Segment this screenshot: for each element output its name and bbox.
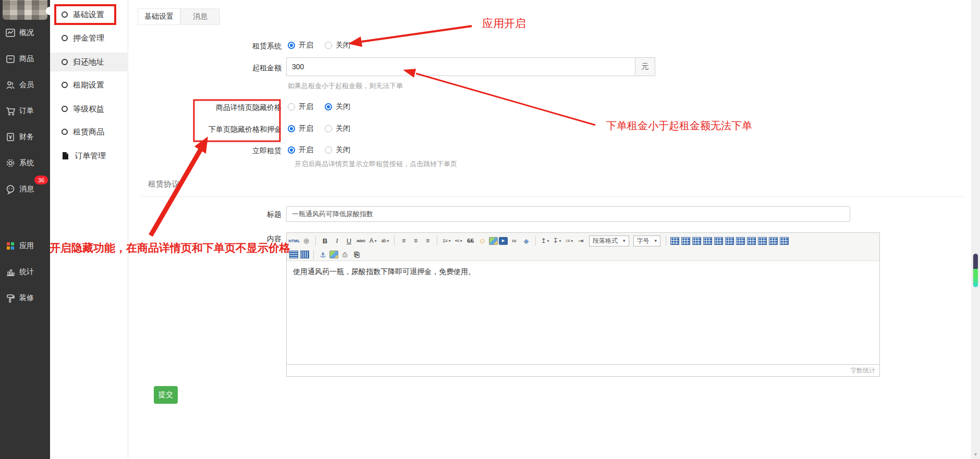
italic-icon[interactable]: I	[332, 236, 342, 246]
radio-instant-off[interactable]: 关闭	[325, 145, 350, 155]
emoji-icon[interactable]: ☺	[477, 236, 488, 246]
scrollbar-thumb[interactable]	[973, 253, 978, 288]
media-icon[interactable]: ▶	[499, 237, 508, 245]
sidebar-item-label: 应用	[19, 241, 34, 251]
preview-icon[interactable]: ◎	[301, 236, 312, 246]
sidebar-item-system[interactable]: 系统	[0, 155, 50, 171]
submenu-item-return-address[interactable]: 归还地址	[50, 53, 128, 71]
radio-hide-order-off[interactable]: 关闭	[325, 124, 350, 133]
sidebar-item-decorate[interactable]: 装修	[0, 290, 50, 306]
align-left-icon[interactable]: ≡	[398, 236, 409, 246]
submenu-item-deposit[interactable]: 押金管理	[50, 29, 128, 47]
table-prop-icon[interactable]	[692, 237, 701, 245]
align-right-icon[interactable]: ≡	[422, 236, 433, 246]
radio-hide-detail-off[interactable]: 关闭	[325, 102, 350, 111]
submenu-item-label: 等级权益	[73, 104, 104, 114]
submenu-item-label: 基础设置	[73, 10, 104, 20]
tab-messages[interactable]: 消息	[180, 8, 220, 25]
paste-icon[interactable]: ⎘	[351, 250, 362, 259]
delete-row-icon[interactable]	[289, 251, 298, 258]
split-cells-icon[interactable]	[725, 237, 734, 245]
tab-basic-settings[interactable]: 基础设置	[138, 8, 180, 25]
sidebar-item-label: 系统	[19, 158, 34, 168]
hide-price-detail-radios: 开启 关闭	[288, 102, 350, 111]
valign-top-icon[interactable]: ↥	[540, 236, 550, 246]
image-icon[interactable]	[489, 237, 498, 245]
submenu-item-rent-period[interactable]: 租期设置	[50, 76, 128, 94]
table-grid-icon[interactable]	[780, 237, 789, 245]
submenu-item-level-rights[interactable]: 等级权益	[50, 100, 128, 118]
cell-prop-icon[interactable]	[703, 237, 712, 245]
section-title-agreement: 租赁协议	[148, 179, 179, 189]
radio-dot	[325, 146, 332, 154]
sidebar-item-goods[interactable]: 商品	[0, 51, 50, 67]
sidebar-item-label: 会员	[19, 80, 34, 90]
tab-label: 消息	[193, 12, 207, 21]
sidebar-item-orders[interactable]: 订单	[0, 103, 50, 119]
insert-row-above-icon[interactable]	[758, 237, 767, 245]
sidebar-item-apps[interactable]: 应用	[0, 238, 50, 254]
editor-content[interactable]: 使用通风药一瓶，尿酸指数下降即可退押金，免费使用。	[287, 261, 879, 364]
sep	[394, 236, 395, 245]
source-icon[interactable]: HTML	[289, 236, 300, 246]
ordered-list-icon[interactable]: 1≡	[441, 236, 452, 246]
apps-icon	[5, 241, 16, 251]
bold-icon[interactable]: B	[320, 236, 330, 246]
submenu-item-order-manage[interactable]: 订单管理	[50, 146, 128, 165]
circle-icon	[62, 59, 68, 65]
scroll-down-icon[interactable]	[971, 451, 980, 458]
radio-hide-order-on[interactable]: 开启	[288, 124, 313, 133]
unordered-list-icon[interactable]: •≡	[453, 236, 464, 246]
insert-row-below-icon[interactable]	[769, 237, 778, 245]
eraser-icon[interactable]: ◆	[521, 236, 532, 246]
editor-toolbar-row1: HTML◎BIUABCAab≡≡≡1≡•≡66☺▶∞◆↥↧↕≡⇥段落格式字号	[287, 233, 879, 249]
radio-instant-on[interactable]: 开启	[288, 145, 313, 155]
sidebar-item-label: 订单	[19, 106, 34, 116]
print-icon[interactable]: ⎙	[339, 250, 350, 259]
align-center-icon[interactable]: ≡	[410, 236, 421, 246]
scrollbar-track[interactable]	[971, 0, 980, 459]
editor-toolbar-row2: ⚓⎙⎘	[287, 249, 879, 261]
submenu-item-label: 租赁商品	[73, 127, 104, 137]
sidebar-item-overview[interactable]: 概况	[0, 24, 50, 41]
sidebar-item-label: 装修	[19, 293, 34, 303]
avatar[interactable]	[3, 0, 47, 20]
submenu-item-rental-goods[interactable]: 租赁商品	[50, 122, 128, 141]
annotation-text-app-open: 应用开启	[482, 16, 526, 31]
font-size-select[interactable]: 字号	[633, 235, 661, 246]
min-rent-input[interactable]	[286, 57, 635, 76]
insert-table-icon[interactable]	[670, 237, 679, 245]
rich-text-editor: HTML◎BIUABCAab≡≡≡1≡•≡66☺▶∞◆↥↧↕≡⇥段落格式字号 ⚓…	[286, 232, 880, 377]
font-color-icon[interactable]: A	[368, 236, 378, 246]
underline-icon[interactable]: U	[344, 236, 354, 246]
sidebar-item-members[interactable]: 会员	[0, 77, 50, 93]
sidebar-item-messages[interactable]: 消息 36	[0, 181, 50, 197]
paragraph-format-select[interactable]: 段落格式	[589, 235, 629, 246]
indent-icon[interactable]: ⇥	[575, 236, 586, 246]
sidebar-item-stats[interactable]: 统计	[0, 264, 50, 280]
blockquote-icon[interactable]: 66	[465, 236, 476, 246]
submenu-item-basic-settings[interactable]: 基础设置	[50, 5, 128, 24]
agreement-title-input[interactable]	[286, 206, 850, 222]
delete-table-icon[interactable]	[681, 237, 690, 245]
line-height-icon[interactable]: ↕≡	[564, 236, 574, 246]
instant-rent-hint: 开启后商品详情页显示立即租赁按钮，点击跳转下单页	[295, 159, 457, 169]
circle-icon	[62, 129, 68, 135]
strikethrough-icon[interactable]: ABC	[356, 236, 366, 246]
sidebar-item-finance[interactable]: 财务	[0, 129, 50, 145]
insert-col-right-icon[interactable]	[747, 237, 756, 245]
insert-col-left-icon[interactable]	[736, 237, 745, 245]
valign-bottom-icon[interactable]: ↧	[552, 236, 562, 246]
link-icon[interactable]: ∞	[509, 236, 520, 246]
submit-button[interactable]: 提交	[154, 386, 178, 404]
radio-dot	[325, 42, 332, 49]
highlight-icon[interactable]: ab	[379, 236, 390, 246]
merge-cells-icon[interactable]	[714, 237, 723, 245]
image-map-icon[interactable]	[329, 251, 338, 258]
anchor-icon[interactable]: ⚓	[317, 250, 328, 259]
delete-col-icon[interactable]	[300, 251, 309, 258]
radio-rent-system-off[interactable]: 关闭	[325, 41, 350, 50]
rent-system-radios: 开启 关闭	[288, 41, 350, 50]
radio-hide-detail-on[interactable]: 开启	[288, 102, 313, 111]
radio-rent-system-on[interactable]: 开启	[288, 41, 313, 50]
